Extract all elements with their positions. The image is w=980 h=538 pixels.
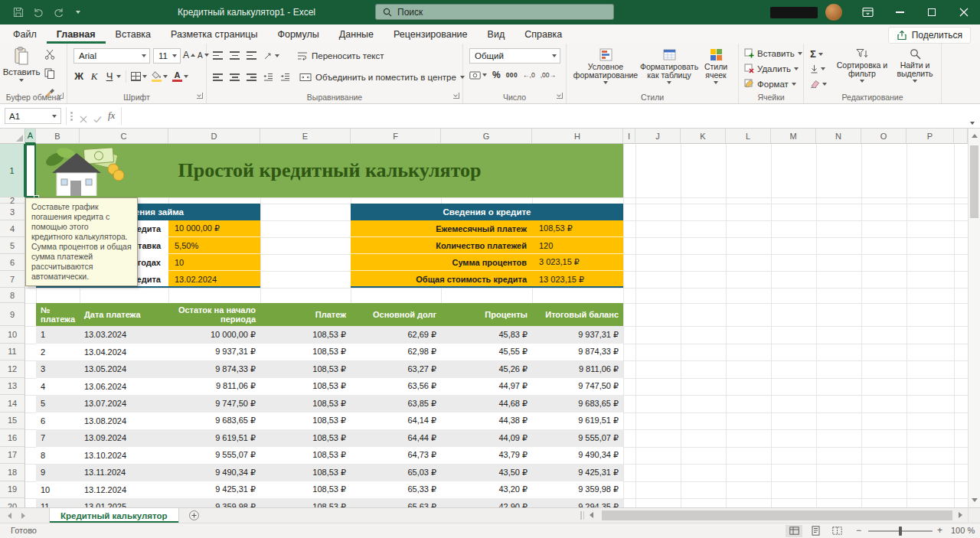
ribbon-display-options-button[interactable] [851, 0, 884, 24]
sheet-nav-left-icon[interactable] [8, 513, 11, 519]
schedule-cell[interactable]: 13.03.2024 [80, 326, 168, 344]
align-bottom-button[interactable] [247, 51, 256, 59]
schedule-cell[interactable]: 9 937,31 ₽ [168, 344, 260, 361]
increase-indent-button[interactable] [280, 70, 290, 84]
ribbon-tab-2[interactable]: Вставка [106, 24, 161, 44]
insert-cells-button[interactable]: Вставить [744, 48, 802, 58]
align-center-button[interactable] [230, 73, 240, 81]
column-header-partial[interactable] [954, 129, 968, 144]
schedule-row-6[interactable]: 613.08.20249 683,65 ₽108,53 ₽64,14 ₽44,3… [36, 412, 623, 430]
row-header-6[interactable]: 6 [0, 254, 25, 271]
schedule-cell[interactable]: 108,53 ₽ [260, 344, 351, 361]
schedule-cell[interactable]: 9 874,33 ₽ [168, 360, 260, 378]
schedule-cell[interactable]: 9 490,34 ₽ [532, 447, 623, 465]
schedule-cell[interactable]: 44,97 ₽ [441, 378, 532, 396]
schedule-cell[interactable]: 9 874,33 ₽ [532, 344, 623, 361]
row-header-16[interactable]: 16 [0, 429, 25, 447]
schedule-header-cell-1[interactable]: Дата платежа [80, 303, 168, 326]
column-header-L[interactable]: L [726, 129, 771, 144]
wrap-text-button[interactable]: Переносить текст [297, 51, 384, 60]
view-pagebreak-button[interactable] [828, 525, 845, 537]
row-header-12[interactable]: 12 [0, 360, 25, 378]
schedule-cell[interactable]: 13.10.2024 [80, 447, 168, 465]
schedule-cell[interactable]: 45,26 ₽ [441, 360, 532, 378]
schedule-cell[interactable]: 5 [36, 395, 80, 412]
schedule-cell[interactable]: 13.01.2025 [80, 498, 168, 507]
schedule-cell[interactable]: 9 747,50 ₽ [168, 395, 260, 412]
horizontal-scroll-thumb[interactable] [602, 510, 952, 520]
schedule-cell[interactable]: 43,20 ₽ [441, 481, 532, 499]
titlebar-search[interactable]: Поиск [375, 4, 614, 20]
schedule-cell[interactable]: 13.08.2024 [80, 412, 168, 430]
clipboard-dialog-launcher[interactable] [57, 93, 64, 99]
quick-access-customize-icon[interactable] [70, 4, 86, 21]
column-header-D[interactable]: D [168, 129, 260, 144]
align-middle-button[interactable] [230, 51, 240, 59]
hscroll-right-icon[interactable] [959, 512, 962, 518]
loan-value-3[interactable]: 13.02.2024 [168, 271, 260, 288]
schedule-cell[interactable]: 108,53 ₽ [260, 447, 351, 465]
schedule-cell[interactable]: 9 811,06 ₽ [532, 360, 623, 378]
cancel-entry-icon[interactable] [80, 112, 87, 126]
cut-button[interactable] [44, 49, 55, 63]
scroll-down-icon[interactable] [972, 498, 978, 502]
italic-button[interactable]: К [89, 70, 100, 83]
loan-value-2[interactable]: 10 [168, 254, 260, 271]
credit-row-1[interactable]: Количество платежей120 [351, 237, 623, 254]
schedule-cell[interactable]: 13.11.2024 [80, 464, 168, 481]
borders-button[interactable] [131, 72, 147, 81]
view-layout-button[interactable] [807, 525, 824, 537]
schedule-cell[interactable]: 63,56 ₽ [351, 378, 441, 396]
find-select-button[interactable]: Найти и выделить [891, 48, 939, 83]
schedule-cell[interactable]: 13.05.2024 [80, 360, 168, 378]
column-header-B[interactable]: B [36, 129, 80, 144]
decrease-decimal-button[interactable]: ,00→ [541, 71, 556, 79]
underline-button[interactable]: Ч [104, 70, 121, 83]
schedule-cell[interactable]: 9 811,06 ₽ [168, 378, 260, 396]
comma-style-button[interactable]: 000 [506, 71, 518, 79]
zoom-slider-thumb[interactable] [899, 527, 902, 536]
schedule-cell[interactable]: 63,27 ₽ [351, 360, 441, 378]
font-size-select[interactable]: 11 [153, 48, 181, 64]
schedule-cell[interactable]: 9 425,31 ₽ [532, 464, 623, 481]
schedule-cell[interactable]: 10 000,00 ₽ [168, 326, 260, 344]
schedule-row-2[interactable]: 213.04.20249 937,31 ₽108,53 ₽62,98 ₽45,5… [36, 344, 623, 361]
schedule-cell[interactable]: 11 [36, 498, 80, 507]
ribbon-tab-7[interactable]: Вид [478, 24, 515, 44]
schedule-row-5[interactable]: 513.07.20249 747,50 ₽108,53 ₽63,85 ₽44,6… [36, 395, 623, 412]
column-header-M[interactable]: M [771, 129, 816, 144]
schedule-cell[interactable]: 3 [36, 360, 80, 378]
schedule-cell[interactable]: 4 [36, 378, 80, 396]
delete-cells-button[interactable]: Удалить [744, 64, 799, 73]
column-header-F[interactable]: F [351, 129, 441, 144]
ribbon-tab-6[interactable]: Рецензирование [384, 24, 478, 44]
view-normal-button[interactable] [786, 525, 802, 537]
schedule-cell[interactable]: 65,03 ₽ [351, 464, 441, 481]
schedule-cell[interactable]: 13.12.2024 [80, 481, 168, 499]
schedule-cell[interactable]: 43,79 ₽ [441, 447, 532, 465]
schedule-cell[interactable]: 9 490,34 ₽ [168, 464, 260, 481]
clear-button[interactable] [810, 80, 827, 88]
name-box[interactable]: A1 [5, 108, 61, 124]
align-right-button[interactable] [247, 73, 256, 81]
row-header-19[interactable]: 19 [0, 481, 25, 499]
schedule-header-cell-3[interactable]: Платеж [260, 303, 351, 326]
row-header-17[interactable]: 17 [0, 447, 25, 465]
column-header-O[interactable]: O [861, 129, 906, 144]
schedule-cell[interactable]: 7 [36, 429, 80, 447]
schedule-cell[interactable]: 6 [36, 412, 80, 430]
schedule-cell[interactable]: 2 [36, 344, 80, 361]
schedule-row-4[interactable]: 413.06.20249 811,06 ₽108,53 ₽63,56 ₽44,9… [36, 378, 623, 396]
schedule-cell[interactable]: 108,53 ₽ [260, 395, 351, 412]
schedule-cell[interactable]: 64,73 ₽ [351, 447, 441, 465]
ribbon-tab-0[interactable]: Файл [3, 24, 47, 44]
merge-center-button[interactable]: Объединить и поместить в центре [299, 73, 465, 82]
cell-styles-button[interactable]: Стили ячеек [697, 48, 735, 84]
credit-row-2[interactable]: Сумма процентов3 023,15 ₽ [351, 254, 623, 271]
row-header-15[interactable]: 15 [0, 412, 25, 430]
schedule-cell[interactable]: 64,14 ₽ [351, 412, 441, 430]
formula-input[interactable] [125, 108, 962, 124]
close-button[interactable] [948, 0, 980, 24]
row-header-5[interactable]: 5 [0, 237, 25, 254]
share-button[interactable]: Поделиться [888, 27, 971, 44]
